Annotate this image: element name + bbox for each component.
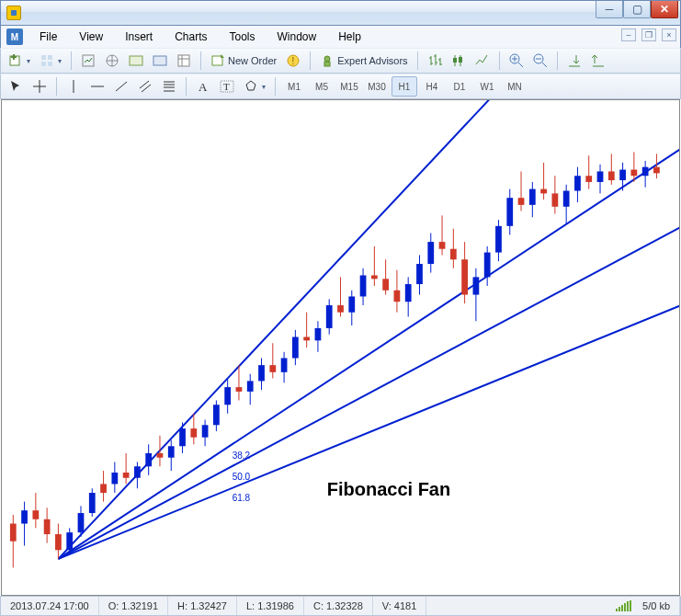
- candle-body: [382, 279, 389, 290]
- timeframe-d1[interactable]: D1: [447, 76, 472, 97]
- market-watch-button[interactable]: [77, 51, 99, 71]
- fibonacci-icon: [162, 79, 176, 94]
- auto-scroll-icon: [567, 53, 582, 68]
- profiles-button[interactable]: [36, 51, 65, 71]
- chart-canvas[interactable]: 38.250.061.8Fibonacci Fan: [2, 100, 679, 595]
- strategy-tester-button[interactable]: [149, 51, 171, 71]
- fib-level-label: 50.0: [233, 472, 251, 482]
- text-button[interactable]: A: [192, 76, 214, 97]
- connection-bars-icon: [616, 600, 637, 611]
- expert-advisors-button[interactable]: Expert Advisors: [316, 51, 411, 71]
- meta-quotes-button[interactable]: !: [282, 51, 304, 71]
- window-minimize-button[interactable]: ─: [596, 1, 623, 18]
- line-chart-button[interactable]: [471, 51, 494, 71]
- candle-body: [134, 466, 141, 477]
- fib-fan-line-50: [58, 203, 679, 559]
- status-vol-value: 4181: [394, 600, 416, 611]
- candle-body: [484, 253, 491, 278]
- navigator-button[interactable]: [101, 51, 123, 71]
- strategy-tester-icon: [153, 53, 167, 68]
- chart-shift-button[interactable]: [587, 51, 609, 71]
- fib-level-label: 61.8: [233, 493, 251, 503]
- svg-rect-2: [48, 55, 52, 60]
- mdi-minimize-button[interactable]: –: [621, 29, 636, 41]
- shapes-button[interactable]: [240, 76, 269, 97]
- candle-body: [100, 484, 107, 493]
- svg-rect-3: [41, 62, 46, 66]
- vertical-line-button[interactable]: [62, 76, 85, 97]
- menu-tools[interactable]: Tools: [219, 28, 267, 46]
- menu-file[interactable]: File: [28, 28, 68, 46]
- cursor-button[interactable]: [5, 76, 27, 97]
- candle-body: [21, 510, 28, 523]
- status-datetime: 2013.07.24 17:00: [1, 597, 99, 615]
- svg-text:A: A: [199, 80, 208, 94]
- timeframe-mn[interactable]: MN: [502, 76, 528, 97]
- candle-body: [608, 171, 615, 180]
- terminal-button[interactable]: [125, 51, 147, 71]
- candle-body: [224, 387, 231, 405]
- text-icon: A: [196, 79, 210, 94]
- terminal-icon: [129, 53, 143, 68]
- chart-annotation: Fibonacci Fan: [327, 479, 450, 499]
- menu-help[interactable]: Help: [327, 28, 372, 46]
- text-label-button[interactable]: T: [216, 76, 238, 97]
- data-window-button[interactable]: [173, 51, 195, 71]
- status-high: H: 1.32427: [168, 597, 237, 615]
- candle-body: [32, 510, 39, 519]
- timeframe-m15[interactable]: M15: [336, 76, 362, 97]
- candle-body: [258, 365, 265, 381]
- new-chart-icon: [8, 53, 23, 68]
- new-order-button[interactable]: New Order: [207, 51, 280, 71]
- horizontal-line-button[interactable]: [86, 76, 108, 97]
- candle-body: [10, 524, 17, 542]
- candle-body: [55, 534, 62, 550]
- svg-rect-14: [324, 62, 330, 66]
- expert-advisors-icon: [320, 53, 335, 68]
- menu-view[interactable]: View: [68, 28, 114, 46]
- timeframe-h4[interactable]: H4: [419, 76, 445, 97]
- menu-window[interactable]: Window: [267, 28, 328, 46]
- candle-body: [619, 170, 626, 180]
- mdi-restore-button[interactable]: ❐: [641, 29, 656, 41]
- candle-body: [394, 291, 401, 302]
- expert-advisors-label: Expert Advisors: [337, 55, 407, 66]
- bar-chart-button[interactable]: [424, 51, 446, 71]
- status-open: O: 1.32191: [99, 597, 168, 615]
- timeframe-m1[interactable]: M1: [281, 76, 307, 97]
- candle-body: [292, 337, 299, 359]
- zoom-in-button[interactable]: [505, 51, 528, 71]
- mdi-close-button[interactable]: ×: [662, 29, 676, 41]
- horizontal-line-icon: [90, 79, 105, 94]
- menu-charts[interactable]: Charts: [164, 28, 218, 46]
- window-maximize-button[interactable]: ▢: [623, 1, 651, 18]
- svg-rect-1: [41, 55, 46, 60]
- crosshair-icon: [32, 79, 47, 94]
- candle-body: [190, 428, 197, 438]
- timeframe-m30[interactable]: M30: [364, 76, 390, 97]
- chart-area[interactable]: 38.250.061.8Fibonacci Fan: [1, 99, 680, 596]
- window-close-button[interactable]: ✕: [651, 1, 678, 18]
- status-close: C: 1.32328: [304, 597, 373, 615]
- new-chart-button[interactable]: [5, 51, 34, 71]
- new-order-label: New Order: [228, 55, 277, 66]
- candle-body: [529, 189, 536, 205]
- crosshair-button[interactable]: [28, 76, 51, 97]
- timeframe-m5[interactable]: M5: [309, 76, 335, 97]
- timeframe-w1[interactable]: W1: [474, 76, 500, 97]
- channel-button[interactable]: [134, 76, 156, 97]
- trendline-button[interactable]: [110, 76, 132, 97]
- status-low-label: L:: [246, 600, 255, 611]
- candlestick-button[interactable]: [448, 51, 470, 71]
- svg-point-13: [324, 56, 330, 62]
- zoom-out-button[interactable]: [529, 51, 551, 71]
- auto-scroll-button[interactable]: [563, 51, 585, 71]
- window-titlebar: ─ ▢ ✕: [0, 0, 681, 26]
- mt4-logo-icon: [6, 29, 23, 45]
- menu-insert[interactable]: Insert: [114, 28, 164, 46]
- candle-body: [78, 513, 85, 532]
- timeframe-h1[interactable]: H1: [392, 76, 417, 97]
- fibonacci-button[interactable]: [158, 76, 180, 97]
- candle-body: [179, 428, 186, 446]
- candle-body: [405, 284, 412, 302]
